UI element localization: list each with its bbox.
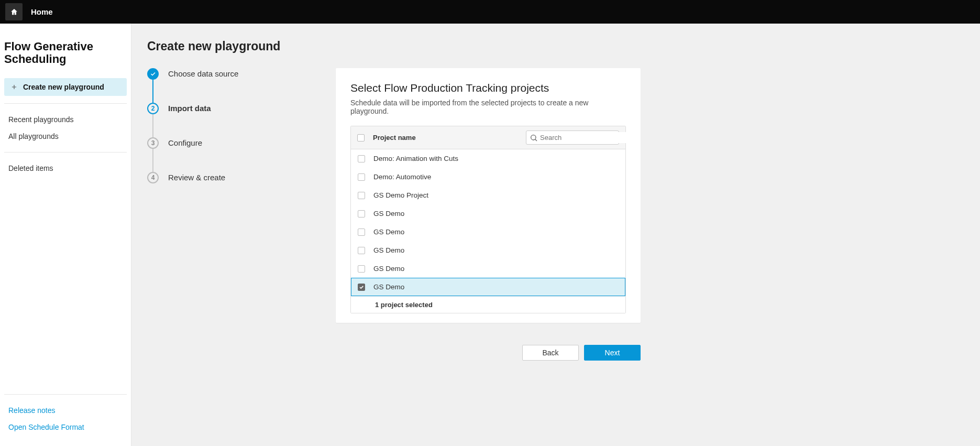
- sidebar-footer: Release notes Open Schedule Format: [4, 387, 127, 446]
- table-row[interactable]: GS Demo: [351, 259, 625, 278]
- row-label: GS Demo: [371, 283, 404, 291]
- step-review-create[interactable]: 4 Review & create: [147, 172, 325, 183]
- home-icon: [10, 8, 18, 16]
- step-circle: 4: [147, 172, 159, 183]
- table-body: Demo: Animation with Cuts Demo: Automoti…: [351, 149, 625, 296]
- step-configure[interactable]: 3 Configure: [147, 137, 325, 172]
- step-circle-done: [147, 68, 159, 80]
- sidebar-item-all[interactable]: All playgrounds: [4, 128, 127, 145]
- row-label: Demo: Animation with Cuts: [371, 155, 458, 162]
- card-column: Select Flow Production Tracking projects…: [336, 68, 641, 361]
- table-row[interactable]: GS Demo: [351, 278, 625, 296]
- step-circle-current: 2: [147, 103, 159, 114]
- projects-table: Project name Demo: Animation with Cuts: [350, 126, 626, 313]
- stepper: Choose data source 2 Import data 3 Confi…: [147, 68, 336, 361]
- create-playground-label: Create new playground: [23, 83, 104, 91]
- row-checkbox[interactable]: [358, 265, 365, 273]
- step-label: Configure: [168, 137, 202, 149]
- step-label: Choose data source: [168, 68, 238, 80]
- open-schedule-format-link[interactable]: Open Schedule Format: [4, 419, 127, 436]
- svg-point-0: [531, 135, 536, 139]
- sidebar-item-recent[interactable]: Recent playgrounds: [4, 111, 127, 128]
- row-label: GS Demo: [371, 228, 404, 236]
- release-notes-link[interactable]: Release notes: [4, 402, 127, 419]
- row-checkbox[interactable]: [358, 284, 365, 291]
- step-label: Import data: [168, 103, 211, 114]
- row-label: GS Demo: [371, 246, 404, 254]
- select-projects-card: Select Flow Production Tracking projects…: [336, 68, 641, 323]
- step-choose-data-source[interactable]: Choose data source: [147, 68, 325, 103]
- step-import-data[interactable]: 2 Import data: [147, 103, 325, 137]
- row-label: GS Demo Project: [371, 191, 428, 199]
- app-title-line2: Scheduling: [4, 52, 67, 66]
- layout: Flow Generative Scheduling Create new pl…: [0, 24, 980, 446]
- search-icon: [530, 134, 538, 142]
- search-input[interactable]: [538, 132, 630, 143]
- home-label: Home: [31, 7, 53, 16]
- row-label: GS Demo: [371, 210, 404, 217]
- table-row[interactable]: GS Demo Project: [351, 186, 625, 204]
- table-row[interactable]: GS Demo: [351, 204, 625, 223]
- row-checkbox[interactable]: [358, 229, 365, 236]
- plus-icon: [10, 83, 18, 91]
- check-icon: [150, 71, 156, 77]
- step-circle: 3: [147, 137, 159, 149]
- table-row[interactable]: GS Demo: [351, 241, 625, 259]
- content-row: Choose data source 2 Import data 3 Confi…: [147, 68, 964, 361]
- search-wrap: [526, 130, 619, 145]
- next-button[interactable]: Next: [584, 345, 641, 361]
- create-playground-button[interactable]: Create new playground: [4, 78, 127, 96]
- row-label: Demo: Automotive: [371, 173, 431, 181]
- card-title: Select Flow Production Tracking projects: [350, 82, 626, 94]
- page-title: Create new playground: [147, 39, 964, 53]
- row-checkbox[interactable]: [358, 173, 365, 181]
- row-checkbox[interactable]: [358, 210, 365, 217]
- table-row[interactable]: GS Demo: [351, 223, 625, 241]
- wizard-actions: Back Next: [336, 345, 641, 361]
- column-project-name: Project name: [371, 134, 520, 142]
- table-row[interactable]: Demo: Automotive: [351, 168, 625, 186]
- sidebar-divider: [4, 103, 127, 104]
- card-subtitle: Schedule data will be imported from the …: [350, 99, 626, 115]
- table-header: Project name: [351, 126, 625, 149]
- home-button[interactable]: [5, 3, 23, 20]
- back-button[interactable]: Back: [522, 345, 579, 361]
- row-checkbox[interactable]: [358, 192, 365, 199]
- step-label: Review & create: [168, 172, 225, 183]
- main-content: Create new playground Choose data source…: [131, 24, 980, 446]
- select-all-checkbox[interactable]: [357, 134, 365, 142]
- sidebar-divider: [4, 152, 127, 153]
- top-bar: Home: [0, 0, 980, 24]
- sidebar-item-deleted[interactable]: Deleted items: [4, 160, 127, 177]
- table-footer: 1 project selected: [351, 296, 625, 313]
- row-label: GS Demo: [371, 265, 404, 273]
- row-checkbox[interactable]: [358, 247, 365, 254]
- sidebar-divider: [4, 394, 127, 395]
- sidebar: Flow Generative Scheduling Create new pl…: [0, 24, 131, 446]
- app-title-line1: Flow Generative: [4, 40, 93, 53]
- table-row[interactable]: Demo: Animation with Cuts: [351, 149, 625, 168]
- row-checkbox[interactable]: [358, 155, 365, 162]
- app-title: Flow Generative Scheduling: [4, 33, 127, 78]
